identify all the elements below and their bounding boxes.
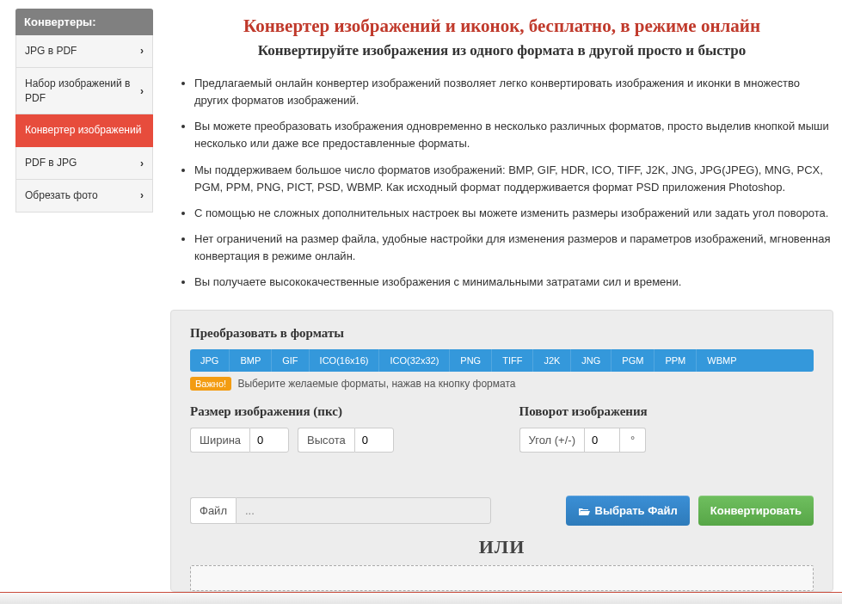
format-ico32[interactable]: ICO(32x32) xyxy=(379,349,450,372)
height-group: Высота xyxy=(298,428,394,453)
format-tiff[interactable]: TIFF xyxy=(492,349,533,372)
format-ico16[interactable]: ICO(16x16) xyxy=(310,349,380,372)
page-subtitle: Конвертируйте изображения из одного форм… xyxy=(170,42,833,59)
sidebar-item-label: Конвертер изображений xyxy=(25,124,141,136)
formats-title: Преобразовать в форматы xyxy=(190,326,814,341)
sidebar-item-images-to-pdf[interactable]: Набор изображений в PDF › xyxy=(15,68,153,115)
sidebar-header: Конвертеры: xyxy=(15,9,153,35)
height-label: Высота xyxy=(298,428,354,453)
conversion-panel: Преобразовать в форматы JPG BMP GIF ICO(… xyxy=(170,310,833,592)
size-column: Размер изображения (пкс) Ширина Высота xyxy=(190,404,485,453)
format-j2k[interactable]: J2K xyxy=(533,349,571,372)
folder-open-icon xyxy=(578,506,590,516)
hint-text: Выберите желаемые форматы, нажав на кноп… xyxy=(237,378,515,390)
format-pgm[interactable]: PGM xyxy=(612,349,655,372)
description-item: Вы можете преобразовать изображения одно… xyxy=(194,118,833,152)
convert-label: Конвертировать xyxy=(710,504,802,517)
sidebar-item-label: Обрезать фото xyxy=(25,189,98,201)
description-list: Предлагаемый онлайн конвертер изображени… xyxy=(194,75,833,291)
important-badge: Важно! xyxy=(190,377,231,391)
width-group: Ширина xyxy=(190,428,289,453)
choose-file-button[interactable]: Выбрать Файл xyxy=(566,496,690,526)
page-title: Конвертер изображений и иконок, бесплатн… xyxy=(170,15,833,37)
sidebar-item-label: PDF в JPG xyxy=(25,157,77,169)
format-png[interactable]: PNG xyxy=(450,349,492,372)
chevron-right-icon: › xyxy=(140,188,144,203)
chevron-right-icon: › xyxy=(140,44,144,59)
sidebar-item-image-converter[interactable]: Конвертер изображений xyxy=(15,114,153,147)
description-item: Вы получаете высококачественные изображе… xyxy=(194,274,833,291)
chevron-right-icon: › xyxy=(140,156,144,170)
or-separator: ИЛИ xyxy=(190,536,814,558)
description-item: Мы поддерживаем большое число форматов и… xyxy=(194,162,833,196)
format-jng[interactable]: JNG xyxy=(571,349,612,372)
angle-group: Угол (+/-) ° xyxy=(519,428,647,453)
chevron-right-icon: › xyxy=(140,83,144,98)
width-input[interactable] xyxy=(249,428,289,453)
formats-bar: JPG BMP GIF ICO(16x16) ICO(32x32) PNG TI… xyxy=(190,349,814,372)
width-label: Ширина xyxy=(190,428,249,453)
dropzone[interactable] xyxy=(190,565,814,591)
angle-unit: ° xyxy=(620,428,646,453)
sidebar-item-jpg-to-pdf[interactable]: JPG в PDF › xyxy=(15,35,153,68)
file-label: Файл xyxy=(190,497,236,524)
sidebar-item-label: Набор изображений в PDF xyxy=(25,77,130,104)
convert-button[interactable]: Конвертировать xyxy=(698,496,814,526)
file-display: Файл ... xyxy=(190,497,491,524)
height-input[interactable] xyxy=(354,428,394,453)
angle-label: Угол (+/-) xyxy=(519,428,584,453)
rotate-column: Поворот изображения Угол (+/-) ° xyxy=(519,404,814,453)
format-wbmp[interactable]: WBMP xyxy=(697,349,747,372)
formats-hint: Важно! Выберите желаемые форматы, нажав … xyxy=(190,377,814,391)
description-item: Нет ограничений на размер файла, удобные… xyxy=(194,231,833,265)
file-name: ... xyxy=(236,497,491,524)
format-gif[interactable]: GIF xyxy=(272,349,309,372)
main-content: Конвертер изображений и иконок, бесплатн… xyxy=(170,9,833,592)
sidebar: Конвертеры: JPG в PDF › Набор изображени… xyxy=(15,9,153,592)
description-item: Предлагаемый онлайн конвертер изображени… xyxy=(194,75,833,109)
taskbar-strip xyxy=(0,592,842,604)
rotate-title: Поворот изображения xyxy=(519,404,814,419)
description-item: С помощью не сложных дополнительных наст… xyxy=(194,205,833,222)
size-title: Размер изображения (пкс) xyxy=(190,404,485,419)
sidebar-item-pdf-to-jpg[interactable]: PDF в JPG › xyxy=(15,147,153,180)
choose-file-label: Выбрать Файл xyxy=(595,504,678,517)
format-bmp[interactable]: BMP xyxy=(230,349,272,372)
sidebar-item-crop-photo[interactable]: Обрезать фото › xyxy=(15,180,153,213)
format-jpg[interactable]: JPG xyxy=(190,349,230,372)
format-ppm[interactable]: PPM xyxy=(655,349,697,372)
angle-input[interactable] xyxy=(584,428,620,453)
sidebar-item-label: JPG в PDF xyxy=(25,45,77,57)
